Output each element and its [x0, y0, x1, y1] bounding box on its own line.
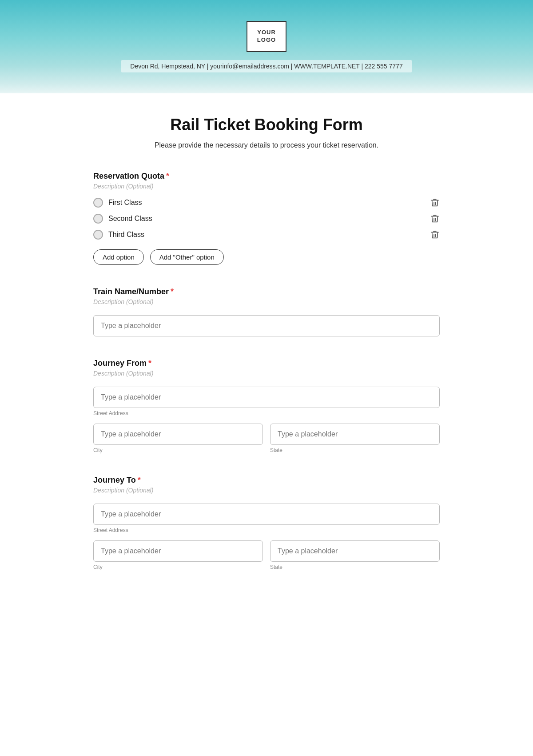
delete-first-class-icon[interactable]: [430, 198, 440, 208]
form-title: Rail Ticket Booking Form: [93, 116, 440, 134]
delete-third-class-icon[interactable]: [430, 230, 440, 240]
page-header: YOUR LOGO Devon Rd, Hempstead, NY | your…: [0, 0, 533, 93]
required-star: *: [166, 172, 169, 180]
logo-text-line1: YOUR: [257, 29, 276, 36]
journey-from-city-wrap: City: [93, 422, 263, 453]
journey-from-street-input[interactable]: [93, 387, 440, 408]
section-label-reservation-quota: Reservation Quota*: [93, 172, 440, 181]
journey-from-city-input[interactable]: [93, 424, 263, 445]
required-star-journey-from: *: [148, 359, 151, 368]
logo-text-line2: LOGO: [257, 36, 276, 44]
journey-to-city-state-group: City State: [93, 539, 440, 570]
section-desc-journey-to: Description (Optional): [93, 487, 440, 494]
section-desc-journey-from: Description (Optional): [93, 370, 440, 377]
radio-label-third-class: Third Class: [108, 231, 144, 239]
section-train-name: Train Name/Number* Description (Optional…: [93, 287, 440, 336]
journey-to-city-label: City: [93, 564, 263, 570]
journey-to-city-input[interactable]: [93, 540, 263, 562]
radio-label-first-class: First Class: [108, 199, 142, 207]
radio-circle-third-class[interactable]: [93, 230, 103, 240]
radio-circle-first-class[interactable]: [93, 198, 103, 208]
add-option-button[interactable]: Add option: [93, 249, 144, 265]
journey-to-street-label: Street Address: [93, 527, 440, 533]
add-buttons-group: Add option Add "Other" option: [93, 249, 440, 265]
journey-from-state-wrap: State: [270, 422, 440, 453]
journey-from-state-label: State: [270, 447, 440, 453]
section-journey-to: Journey To* Description (Optional) Stree…: [93, 476, 440, 570]
section-label-journey-from: Journey From*: [93, 359, 440, 368]
journey-to-state-input[interactable]: [270, 540, 440, 562]
delete-second-class-icon[interactable]: [430, 214, 440, 224]
journey-from-city-state-group: City State: [93, 422, 440, 453]
radio-label-second-class: Second Class: [108, 215, 152, 223]
journey-to-city-wrap: City: [93, 539, 263, 570]
logo: YOUR LOGO: [247, 21, 286, 52]
train-name-input[interactable]: [93, 315, 440, 336]
section-journey-from: Journey From* Description (Optional) Str…: [93, 359, 440, 453]
main-content: Rail Ticket Booking Form Please provide …: [67, 93, 466, 619]
form-subtitle: Please provide the necessary details to …: [93, 141, 440, 149]
section-desc-train-name: Description (Optional): [93, 298, 440, 305]
radio-circle-second-class[interactable]: [93, 214, 103, 224]
journey-from-street-label: Street Address: [93, 410, 440, 416]
journey-from-street-wrap: Street Address: [93, 385, 440, 416]
radio-option-third-class: Third Class: [93, 230, 440, 240]
journey-to-street-wrap: Street Address: [93, 502, 440, 533]
add-other-option-button[interactable]: Add "Other" option: [150, 249, 224, 265]
journey-to-street-input[interactable]: [93, 504, 440, 525]
journey-to-state-wrap: State: [270, 539, 440, 570]
journey-to-state-label: State: [270, 564, 440, 570]
radio-option-first-class: First Class: [93, 198, 440, 208]
journey-from-city-label: City: [93, 447, 263, 453]
required-star-journey-to: *: [138, 476, 141, 484]
section-desc-reservation-quota: Description (Optional): [93, 183, 440, 190]
section-label-journey-to: Journey To*: [93, 476, 440, 485]
required-star-train: *: [171, 287, 174, 296]
radio-option-second-class: Second Class: [93, 214, 440, 224]
section-reservation-quota: Reservation Quota* Description (Optional…: [93, 172, 440, 265]
header-contact: Devon Rd, Hempstead, NY | yourinfo@email…: [121, 60, 411, 72]
section-label-train-name: Train Name/Number*: [93, 287, 440, 296]
journey-from-state-input[interactable]: [270, 424, 440, 445]
